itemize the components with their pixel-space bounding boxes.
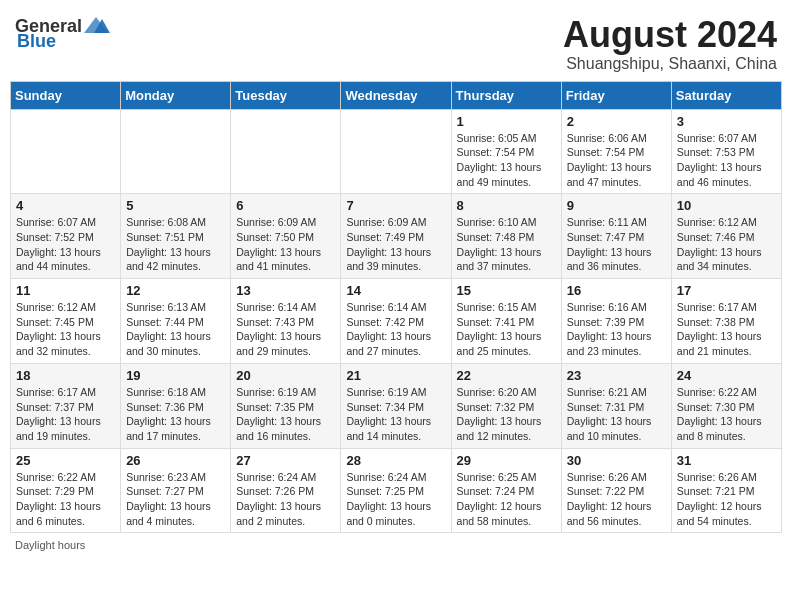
day-info: Sunrise: 6:21 AM Sunset: 7:31 PM Dayligh… [567, 385, 666, 444]
location-title: Shuangshipu, Shaanxi, China [563, 55, 777, 73]
day-number: 12 [126, 283, 225, 298]
day-number: 9 [567, 198, 666, 213]
day-info: Sunrise: 6:22 AM Sunset: 7:29 PM Dayligh… [16, 470, 115, 529]
title-area: August 2024 Shuangshipu, Shaanxi, China [563, 15, 777, 73]
calendar-cell: 17Sunrise: 6:17 AM Sunset: 7:38 PM Dayli… [671, 279, 781, 364]
day-number: 31 [677, 453, 776, 468]
calendar-day-header: Thursday [451, 81, 561, 109]
logo: General Blue [15, 15, 110, 52]
day-info: Sunrise: 6:07 AM Sunset: 7:53 PM Dayligh… [677, 131, 776, 190]
day-number: 4 [16, 198, 115, 213]
day-info: Sunrise: 6:24 AM Sunset: 7:25 PM Dayligh… [346, 470, 445, 529]
calendar-table: SundayMondayTuesdayWednesdayThursdayFrid… [10, 81, 782, 534]
calendar-cell: 13Sunrise: 6:14 AM Sunset: 7:43 PM Dayli… [231, 279, 341, 364]
day-info: Sunrise: 6:09 AM Sunset: 7:49 PM Dayligh… [346, 215, 445, 274]
calendar-cell: 25Sunrise: 6:22 AM Sunset: 7:29 PM Dayli… [11, 448, 121, 533]
calendar-cell: 28Sunrise: 6:24 AM Sunset: 7:25 PM Dayli… [341, 448, 451, 533]
day-info: Sunrise: 6:10 AM Sunset: 7:48 PM Dayligh… [457, 215, 556, 274]
calendar-cell: 11Sunrise: 6:12 AM Sunset: 7:45 PM Dayli… [11, 279, 121, 364]
day-info: Sunrise: 6:14 AM Sunset: 7:43 PM Dayligh… [236, 300, 335, 359]
calendar-cell: 21Sunrise: 6:19 AM Sunset: 7:34 PM Dayli… [341, 363, 451, 448]
calendar-cell [11, 109, 121, 194]
calendar-cell: 26Sunrise: 6:23 AM Sunset: 7:27 PM Dayli… [121, 448, 231, 533]
calendar-week-row: 4Sunrise: 6:07 AM Sunset: 7:52 PM Daylig… [11, 194, 782, 279]
calendar-header-row: SundayMondayTuesdayWednesdayThursdayFrid… [11, 81, 782, 109]
day-number: 22 [457, 368, 556, 383]
day-info: Sunrise: 6:18 AM Sunset: 7:36 PM Dayligh… [126, 385, 225, 444]
footer-note: Daylight hours [10, 539, 782, 551]
calendar-cell: 31Sunrise: 6:26 AM Sunset: 7:21 PM Dayli… [671, 448, 781, 533]
day-number: 17 [677, 283, 776, 298]
calendar-cell: 18Sunrise: 6:17 AM Sunset: 7:37 PM Dayli… [11, 363, 121, 448]
day-info: Sunrise: 6:09 AM Sunset: 7:50 PM Dayligh… [236, 215, 335, 274]
day-info: Sunrise: 6:25 AM Sunset: 7:24 PM Dayligh… [457, 470, 556, 529]
day-info: Sunrise: 6:26 AM Sunset: 7:22 PM Dayligh… [567, 470, 666, 529]
day-info: Sunrise: 6:24 AM Sunset: 7:26 PM Dayligh… [236, 470, 335, 529]
calendar-cell [121, 109, 231, 194]
day-number: 29 [457, 453, 556, 468]
day-number: 1 [457, 114, 556, 129]
calendar-cell [231, 109, 341, 194]
calendar-week-row: 25Sunrise: 6:22 AM Sunset: 7:29 PM Dayli… [11, 448, 782, 533]
calendar-day-header: Sunday [11, 81, 121, 109]
day-number: 18 [16, 368, 115, 383]
calendar-cell: 1Sunrise: 6:05 AM Sunset: 7:54 PM Daylig… [451, 109, 561, 194]
header: General Blue August 2024 Shuangshipu, Sh… [10, 10, 782, 73]
calendar-cell: 16Sunrise: 6:16 AM Sunset: 7:39 PM Dayli… [561, 279, 671, 364]
day-info: Sunrise: 6:13 AM Sunset: 7:44 PM Dayligh… [126, 300, 225, 359]
calendar-cell: 19Sunrise: 6:18 AM Sunset: 7:36 PM Dayli… [121, 363, 231, 448]
day-info: Sunrise: 6:17 AM Sunset: 7:38 PM Dayligh… [677, 300, 776, 359]
calendar-day-header: Monday [121, 81, 231, 109]
day-number: 8 [457, 198, 556, 213]
calendar-day-header: Wednesday [341, 81, 451, 109]
day-number: 27 [236, 453, 335, 468]
calendar-cell: 15Sunrise: 6:15 AM Sunset: 7:41 PM Dayli… [451, 279, 561, 364]
day-number: 6 [236, 198, 335, 213]
calendar-cell: 5Sunrise: 6:08 AM Sunset: 7:51 PM Daylig… [121, 194, 231, 279]
logo-blue-text: Blue [17, 31, 56, 52]
day-info: Sunrise: 6:26 AM Sunset: 7:21 PM Dayligh… [677, 470, 776, 529]
day-number: 7 [346, 198, 445, 213]
calendar-day-header: Friday [561, 81, 671, 109]
day-number: 19 [126, 368, 225, 383]
calendar-cell: 7Sunrise: 6:09 AM Sunset: 7:49 PM Daylig… [341, 194, 451, 279]
day-info: Sunrise: 6:11 AM Sunset: 7:47 PM Dayligh… [567, 215, 666, 274]
day-number: 20 [236, 368, 335, 383]
day-number: 13 [236, 283, 335, 298]
calendar-cell: 8Sunrise: 6:10 AM Sunset: 7:48 PM Daylig… [451, 194, 561, 279]
day-number: 14 [346, 283, 445, 298]
day-info: Sunrise: 6:19 AM Sunset: 7:34 PM Dayligh… [346, 385, 445, 444]
day-number: 26 [126, 453, 225, 468]
day-number: 10 [677, 198, 776, 213]
calendar-day-header: Saturday [671, 81, 781, 109]
calendar-cell: 12Sunrise: 6:13 AM Sunset: 7:44 PM Dayli… [121, 279, 231, 364]
day-info: Sunrise: 6:05 AM Sunset: 7:54 PM Dayligh… [457, 131, 556, 190]
day-info: Sunrise: 6:12 AM Sunset: 7:46 PM Dayligh… [677, 215, 776, 274]
calendar-cell: 2Sunrise: 6:06 AM Sunset: 7:54 PM Daylig… [561, 109, 671, 194]
calendar-week-row: 18Sunrise: 6:17 AM Sunset: 7:37 PM Dayli… [11, 363, 782, 448]
day-number: 11 [16, 283, 115, 298]
day-info: Sunrise: 6:15 AM Sunset: 7:41 PM Dayligh… [457, 300, 556, 359]
day-number: 28 [346, 453, 445, 468]
day-number: 16 [567, 283, 666, 298]
logo-icon [82, 15, 110, 37]
day-number: 24 [677, 368, 776, 383]
calendar-cell: 24Sunrise: 6:22 AM Sunset: 7:30 PM Dayli… [671, 363, 781, 448]
day-info: Sunrise: 6:12 AM Sunset: 7:45 PM Dayligh… [16, 300, 115, 359]
day-info: Sunrise: 6:20 AM Sunset: 7:32 PM Dayligh… [457, 385, 556, 444]
day-number: 3 [677, 114, 776, 129]
month-title: August 2024 [563, 15, 777, 55]
day-info: Sunrise: 6:22 AM Sunset: 7:30 PM Dayligh… [677, 385, 776, 444]
day-info: Sunrise: 6:19 AM Sunset: 7:35 PM Dayligh… [236, 385, 335, 444]
day-info: Sunrise: 6:08 AM Sunset: 7:51 PM Dayligh… [126, 215, 225, 274]
day-info: Sunrise: 6:14 AM Sunset: 7:42 PM Dayligh… [346, 300, 445, 359]
calendar-cell: 30Sunrise: 6:26 AM Sunset: 7:22 PM Dayli… [561, 448, 671, 533]
day-number: 30 [567, 453, 666, 468]
calendar-week-row: 1Sunrise: 6:05 AM Sunset: 7:54 PM Daylig… [11, 109, 782, 194]
calendar-cell: 23Sunrise: 6:21 AM Sunset: 7:31 PM Dayli… [561, 363, 671, 448]
calendar-cell: 20Sunrise: 6:19 AM Sunset: 7:35 PM Dayli… [231, 363, 341, 448]
calendar-cell: 3Sunrise: 6:07 AM Sunset: 7:53 PM Daylig… [671, 109, 781, 194]
calendar-cell: 6Sunrise: 6:09 AM Sunset: 7:50 PM Daylig… [231, 194, 341, 279]
calendar-cell: 10Sunrise: 6:12 AM Sunset: 7:46 PM Dayli… [671, 194, 781, 279]
day-number: 21 [346, 368, 445, 383]
